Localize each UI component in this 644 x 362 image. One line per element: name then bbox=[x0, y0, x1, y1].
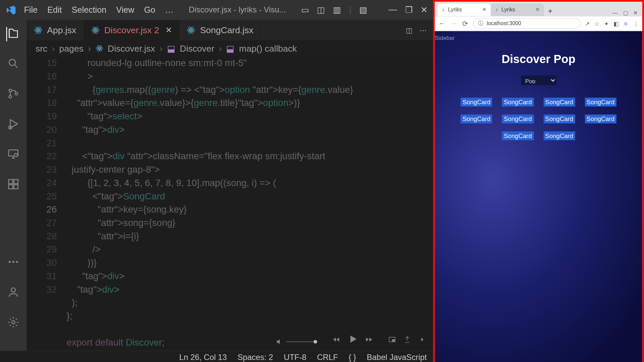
activity-search-icon[interactable] bbox=[7, 57, 19, 71]
tab-songcard[interactable]: SongCard.jsx bbox=[179, 20, 261, 41]
svg-point-28 bbox=[99, 48, 100, 49]
url-bar[interactable]: ⓘ localhost:3000 bbox=[473, 18, 580, 29]
browser-tabs: ♪ Lyriks ✕ ♪ Lyriks ✕ + — ▢ ✕ bbox=[435, 2, 642, 16]
status-language[interactable]: Babel JavaScript bbox=[367, 353, 427, 362]
song-card[interactable]: SongCard bbox=[502, 131, 534, 140]
browser-toolbar: ← → ⟳ ⓘ localhost:3000 ↗ ☆ ✦ ◧ ⚛ ⋮ bbox=[435, 16, 642, 31]
new-tab-button[interactable]: + bbox=[544, 7, 556, 16]
code-editor[interactable]: 151617181920212223242526272829303132 rou… bbox=[26, 56, 433, 351]
react-file-icon bbox=[187, 26, 196, 35]
menu-file[interactable]: File bbox=[24, 5, 38, 15]
menu-edit[interactable]: Edit bbox=[47, 5, 62, 15]
tab-close-icon[interactable]: ✕ bbox=[535, 7, 540, 13]
song-card[interactable]: SongCard bbox=[543, 98, 575, 106]
status-bar: Ln 26, Col 13 Spaces: 2 UTF-8 CRLF { } B… bbox=[0, 351, 433, 362]
react-file-icon bbox=[34, 26, 43, 35]
svg-rect-10 bbox=[14, 180, 18, 184]
breadcrumb-item[interactable]: map() callback bbox=[239, 43, 297, 53]
webpage-viewport[interactable]: Sidebar Discover Pop Pop SongCardSongCar… bbox=[435, 31, 642, 362]
nav-back-icon[interactable]: ← bbox=[438, 19, 445, 27]
status-braces-icon[interactable]: { } bbox=[348, 353, 356, 362]
activity-settings-icon[interactable] bbox=[7, 316, 19, 330]
status-spaces[interactable]: Spaces: 2 bbox=[237, 353, 273, 362]
song-card[interactable]: SongCard bbox=[502, 115, 534, 123]
activity-debug-icon[interactable] bbox=[7, 118, 19, 132]
nav-reload-icon[interactable]: ⟳ bbox=[462, 19, 469, 28]
browser-tab[interactable]: ♪ Lyriks ✕ bbox=[437, 4, 491, 16]
window-close-icon[interactable]: ✕ bbox=[633, 10, 638, 16]
browser-tab[interactable]: ♪ Lyriks ✕ bbox=[491, 4, 544, 16]
menu-icon[interactable]: ⋮ bbox=[633, 20, 639, 27]
sidepanel-icon[interactable]: ◧ bbox=[613, 20, 619, 27]
menu-overflow[interactable]: … bbox=[165, 5, 173, 15]
activity-more-icon[interactable] bbox=[7, 256, 19, 270]
vscode-window: File Edit Selection View Go … Discover.j… bbox=[0, 0, 433, 362]
menu-view[interactable]: View bbox=[116, 5, 134, 15]
activity-explorer-icon[interactable] bbox=[6, 27, 20, 41]
browser-tab-label: Lyriks bbox=[501, 7, 515, 13]
breadcrumb-item[interactable]: pages bbox=[59, 43, 84, 53]
layout-icon[interactable]: ▥ bbox=[333, 5, 341, 15]
react-file-icon bbox=[95, 44, 103, 52]
breadcrumb-item[interactable]: Discover.jsx bbox=[108, 43, 155, 53]
page-title: Discover Pop bbox=[435, 52, 642, 66]
status-encoding[interactable]: UTF-8 bbox=[284, 353, 307, 362]
window-minimize-icon[interactable]: — bbox=[389, 5, 397, 15]
window-maximize-icon[interactable]: ▢ bbox=[623, 10, 628, 16]
code-content[interactable]: rounded-lg outline-none sm:mt-0 mt-5" > … bbox=[67, 56, 433, 351]
activity-bar bbox=[0, 20, 26, 351]
svg-rect-8 bbox=[9, 185, 13, 189]
react-devtools-icon[interactable]: ⚛ bbox=[623, 20, 629, 27]
svg-rect-9 bbox=[14, 185, 18, 189]
layout-icon[interactable]: ◫ bbox=[317, 5, 325, 15]
more-actions-icon[interactable]: ⋯ bbox=[420, 26, 427, 34]
song-card[interactable]: SongCard bbox=[502, 98, 534, 106]
song-card[interactable]: SongCard bbox=[543, 131, 575, 140]
tab-label: App.jsx bbox=[47, 25, 76, 35]
breadcrumb[interactable]: src› pages› Discover.jsx› ⬓ Discover› ⬓ … bbox=[26, 40, 433, 56]
svg-point-12 bbox=[12, 261, 14, 263]
activity-git-icon[interactable] bbox=[7, 87, 19, 102]
status-cursor[interactable]: Ln 26, Col 13 bbox=[179, 353, 227, 362]
svg-point-0 bbox=[9, 59, 15, 66]
status-eol[interactable]: CRLF bbox=[317, 353, 338, 362]
window-maximize-icon[interactable]: ❐ bbox=[405, 5, 413, 15]
bookmark-icon[interactable]: ☆ bbox=[594, 20, 600, 27]
activity-account-icon[interactable] bbox=[7, 286, 19, 300]
window-minimize-icon[interactable]: — bbox=[612, 10, 618, 16]
react-file-icon bbox=[91, 26, 100, 35]
window-close-icon[interactable]: ✕ bbox=[421, 5, 428, 15]
url-text: localhost:3000 bbox=[487, 20, 521, 27]
song-card[interactable]: SongCard bbox=[543, 115, 575, 123]
site-info-icon[interactable]: ⓘ bbox=[478, 20, 483, 27]
tab-close-icon[interactable]: ✕ bbox=[165, 25, 172, 35]
menu-selection[interactable]: Selection bbox=[72, 5, 107, 15]
layout-icon[interactable]: ▧ bbox=[359, 5, 367, 15]
symbol-icon: ⬓ bbox=[226, 43, 234, 54]
song-card[interactable]: SongCard bbox=[585, 115, 616, 123]
split-editor-icon[interactable]: ◫ bbox=[406, 26, 413, 34]
tab-app[interactable]: App.jsx bbox=[26, 20, 84, 41]
svg-rect-7 bbox=[9, 180, 13, 184]
menu-go[interactable]: Go bbox=[144, 5, 156, 15]
genre-select[interactable]: Pop bbox=[521, 75, 556, 85]
song-card[interactable]: SongCard bbox=[585, 98, 616, 106]
song-card[interactable]: SongCard bbox=[461, 115, 492, 123]
svg-point-6 bbox=[14, 154, 17, 157]
song-card[interactable]: SongCard bbox=[461, 98, 492, 106]
svg-point-2 bbox=[9, 96, 12, 98]
tab-close-icon[interactable]: ✕ bbox=[482, 7, 486, 13]
activity-extensions-icon[interactable] bbox=[7, 178, 19, 192]
breadcrumb-item[interactable]: Discover bbox=[180, 43, 214, 53]
layout-icon[interactable]: ▭ bbox=[301, 5, 309, 15]
extensions-icon[interactable]: ✦ bbox=[604, 20, 609, 27]
favicon-music-icon: ♪ bbox=[442, 7, 444, 13]
activity-remote-icon[interactable] bbox=[7, 148, 19, 162]
vscode-logo-icon bbox=[0, 5, 22, 15]
nav-forward-icon[interactable]: → bbox=[450, 19, 457, 27]
line-gutter: 151617181920212223242526272829303132 bbox=[26, 56, 66, 351]
breadcrumb-item[interactable]: src bbox=[36, 43, 47, 53]
svg-point-3 bbox=[15, 93, 18, 95]
share-icon[interactable]: ↗ bbox=[585, 20, 590, 27]
tab-discover[interactable]: Discover.jsx 2 ✕ bbox=[84, 20, 180, 41]
